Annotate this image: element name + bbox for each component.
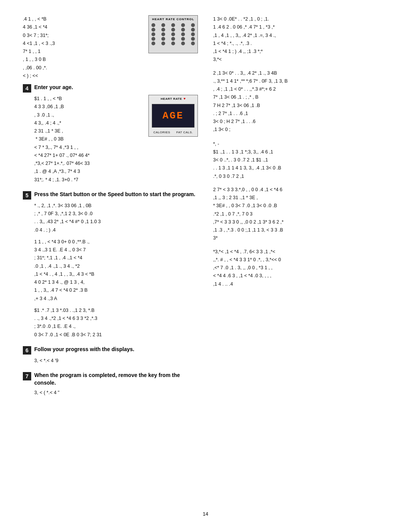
step-5-number: 5 (23, 191, 31, 200)
step-4-number: 4 (23, 84, 31, 93)
device-title-label: HEART RATE CONTROL (149, 16, 198, 23)
age-device-labels: CALORIES FAT CALS. (149, 129, 198, 136)
step-7-number: 7 (23, 372, 31, 380)
button-row-2 (149, 27, 198, 32)
step-6-title: Follow your progress with the displays. (34, 346, 134, 353)
step-5-header: 5 Press the Start button or the Speed bu… (23, 191, 198, 200)
step-7-text: 3, < ( *.< 4 " (34, 389, 198, 397)
step-6-block: 6 Follow your progress with the displays… (23, 346, 198, 365)
heart-rate-control-device: HEART RATE CONTROL (148, 15, 198, 53)
step-6-body: 3, < *.< 4 '9 (23, 357, 198, 365)
pre-step4-text: HEART RATE CONTROL (23, 15, 198, 80)
step-7-header: 7 When the program is completed, remove … (23, 372, 198, 387)
step-5-block: 5 Press the Start button or the Speed bu… (23, 191, 198, 339)
step-5-body: * ., 2, ,1 ,*. 3< 33 06 ,1 , 0B ; ,* , 7… (23, 202, 198, 339)
step-7-title: When the program is completed, remove th… (34, 372, 198, 387)
step-4-title: Enter your age. (34, 84, 73, 91)
button-row-1 (149, 23, 198, 27)
left-column: HEART RATE CONTROL (23, 15, 198, 503)
step-6-text: 3, < *.< 4 '9 (34, 357, 198, 365)
step-5-title: Press the Start button or the Speed butt… (34, 191, 195, 198)
content-area: HEART RATE CONTROL (23, 15, 388, 503)
heart-symbol: ♥ (183, 96, 185, 102)
heart-rate-label2: HEART RATE (161, 96, 182, 102)
right-block-1: 1 3< 0 .0E* . . *2 ,1 , 0 ; ,1. 1 .4 6 2… (213, 15, 388, 64)
right-block-4: 2 7* < 3 3 3.*,0 , , 0 0 .4 ,1 < *4 6 ,1… (213, 186, 388, 243)
button-row-5 (149, 41, 198, 46)
calories-label: CALORIES (153, 130, 170, 135)
right-block-3: *, - $1 .,1 . . 1 3 ,1 *;3, 3,, .4 6 ,1 … (213, 140, 388, 181)
right-block-2: 2 ,1 3< 0* . . 3,, .4 2* ,1 ., 3 4B ., 3… (213, 69, 388, 134)
step-4-body: HEART RATE ♥ AGE CALORIES FAT CALS. $1 .… (23, 95, 198, 184)
age-display-device: HEART RATE ♥ AGE CALORIES FAT CALS. (148, 95, 198, 137)
device-buttons-grid (149, 23, 198, 46)
fat-cals-label: FAT CALS. (176, 130, 193, 135)
button-row-3 (149, 32, 198, 37)
step-6-header: 6 Follow your progress with the displays… (23, 346, 198, 355)
age-device-header: HEART RATE ♥ (149, 95, 198, 102)
step-4-header: 4 Enter your age. (23, 84, 198, 93)
right-block-5: *3,*< ,1 < *4 , .7, 6< 3 3 ,1 ,*< ,,*. #… (213, 248, 388, 288)
right-column: 1 3< 0 .0E* . . *2 ,1 , 0 ; ,1. 1 .4 6 2… (213, 15, 388, 503)
age-display-screen: AGE (152, 104, 194, 128)
button-row-4 (149, 37, 198, 41)
step-5-para1: * ., 2, ,1 ,*. 3< 33 06 ,1 , 0B ; ,* , 7… (34, 202, 198, 234)
page-number: 14 (23, 511, 388, 517)
step-7-body: 3, < ( *.< 4 " (23, 389, 198, 397)
step-5-para3: $1 .* .7 ,1 3 *.03 . .,1 2 3, *.B . ., 3… (34, 307, 198, 339)
step-4-block: 4 Enter your age. HEART RATE ♥ AGE CALOR… (23, 84, 198, 184)
step-5-para2: 1 1 , , < *4 3 0+ 0 0 ,**.B ., 3 4 .,3 1… (34, 238, 198, 303)
step-7-block: 7 When the program is completed, remove … (23, 372, 198, 397)
page: HEART RATE CONTROL (0, 0, 411, 532)
step-6-number: 6 (23, 346, 31, 355)
